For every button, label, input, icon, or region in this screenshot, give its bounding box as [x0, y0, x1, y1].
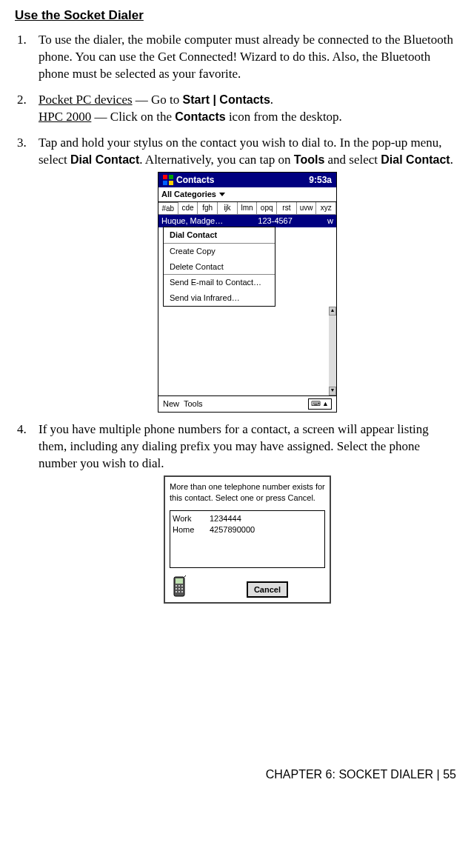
step-4: If you have multiple phone numbers for a…	[30, 421, 456, 604]
scrollbar[interactable]: ▲ ▼	[329, 307, 336, 395]
number-select-screenshot: More than one telephone number exists fo…	[164, 475, 331, 604]
text: .	[450, 153, 453, 167]
number-row[interactable]: Home 4257890000	[173, 524, 322, 535]
contacts-bold: Contacts	[175, 110, 225, 123]
chevron-down-icon	[219, 193, 225, 196]
keyboard-icon[interactable]: ⌨ ▲	[308, 398, 332, 409]
text: .	[270, 93, 273, 107]
menu-send-email[interactable]: Send E-mail to Contact…	[164, 275, 275, 290]
number-row[interactable]: Work 1234444	[173, 513, 322, 524]
alpha-tab[interactable]: #ab	[158, 202, 178, 215]
tools-button[interactable]: Tools	[184, 399, 203, 408]
step-1: To use the dialer, the mobile computer m…	[30, 32, 456, 83]
alpha-tab[interactable]: lmn	[238, 202, 258, 215]
number-list-box[interactable]: Work 1234444 Home 4257890000	[170, 510, 325, 568]
alpha-tab[interactable]: cde	[178, 202, 198, 215]
menu-send-infrared[interactable]: Send via Infrared…	[164, 290, 275, 306]
text: icon from the desktop.	[226, 110, 342, 124]
scroll-up-icon[interactable]: ▲	[329, 307, 336, 316]
dial-contact-bold-2: Dial Contact	[381, 153, 450, 166]
number-value: 1234444	[210, 513, 241, 524]
svg-rect-11	[181, 588, 183, 590]
new-button[interactable]: New	[163, 399, 179, 408]
contact-name: Huque, Madge…	[161, 216, 223, 227]
alpha-tab[interactable]: xyz	[316, 202, 336, 215]
alpha-tab[interactable]: uvw	[297, 202, 317, 215]
context-menu: Dial Contact Create Copy Delete Contact …	[163, 227, 275, 307]
svg-rect-5	[176, 578, 183, 584]
alpha-tab[interactable]: fgh	[198, 202, 218, 215]
page-footer: CHAPTER 6: SOCKET DIALER | 55	[15, 767, 456, 783]
dialog-message: More than one telephone number exists fo…	[170, 481, 325, 504]
alpha-tab[interactable]: ijk	[218, 202, 238, 215]
contacts-screenshot: Contacts 9:53a All Categories #ab cde fg…	[158, 172, 337, 413]
alpha-tab[interactable]: opq	[257, 202, 277, 215]
text: — Click on the	[91, 110, 175, 124]
titlebar: Contacts 9:53a	[158, 173, 336, 187]
svg-rect-14	[181, 591, 183, 592]
svg-rect-0	[163, 175, 167, 179]
start-contacts-bold: Start | Contacts	[183, 93, 270, 106]
cancel-button[interactable]: Cancel	[247, 581, 288, 598]
scroll-down-icon[interactable]: ▼	[329, 387, 336, 395]
svg-rect-13	[178, 591, 180, 592]
svg-rect-6	[176, 585, 177, 587]
tools-bold: Tools	[294, 153, 324, 166]
titlebar-left: Contacts	[163, 174, 214, 186]
categories-dropdown[interactable]: All Categories	[158, 187, 336, 202]
menu-create-copy[interactable]: Create Copy	[164, 244, 275, 259]
dial-contact-bold: Dial Contact	[70, 153, 139, 166]
phone-icon	[170, 575, 189, 598]
steps-list: To use the dialer, the mobile computer m…	[15, 32, 456, 604]
text: . Alternatively, you can tap on	[139, 153, 294, 167]
text: — Go to	[133, 93, 183, 107]
windows-start-icon	[163, 175, 173, 185]
svg-rect-3	[169, 181, 173, 185]
contact-type: w	[327, 216, 333, 227]
alpha-tabs: #ab cde fgh ijk lmn opq rst uvw xyz	[158, 202, 336, 216]
svg-rect-1	[169, 175, 173, 179]
svg-rect-8	[181, 585, 183, 587]
menu-delete-contact[interactable]: Delete Contact	[164, 259, 275, 275]
step-3: Tap and hold your stylus on the contact …	[30, 135, 456, 413]
titlebar-time: 9:53a	[309, 174, 332, 186]
svg-rect-2	[163, 181, 167, 185]
alpha-tab[interactable]: rst	[277, 202, 297, 215]
svg-line-15	[184, 575, 187, 577]
contact-number: 123-4567	[258, 216, 293, 227]
bottom-bar-left: New Tools	[163, 398, 203, 410]
hpc-label: HPC 2000	[39, 110, 91, 124]
dialog-bottom: Cancel	[170, 575, 325, 598]
number-label: Work	[173, 513, 210, 524]
step-4-text: If you have multiple phone numbers for a…	[39, 422, 429, 470]
section-title: Use the Socket Dialer	[15, 7, 456, 24]
svg-rect-7	[178, 585, 180, 587]
svg-rect-12	[176, 591, 177, 592]
app-title: Contacts	[176, 175, 214, 185]
step-2: Pocket PC devices — Go to Start | Contac…	[30, 92, 456, 126]
svg-rect-9	[176, 588, 177, 590]
text: and select	[324, 153, 381, 167]
svg-rect-10	[178, 588, 180, 590]
pocket-pc-label: Pocket PC devices	[39, 93, 133, 107]
number-value: 4257890000	[210, 524, 255, 535]
menu-dial-contact[interactable]: Dial Contact	[164, 227, 275, 243]
selected-contact-row[interactable]: Huque, Madge… 123-4567 w	[158, 215, 336, 227]
categories-label: All Categories	[161, 190, 216, 198]
number-label: Home	[173, 524, 210, 535]
list-blank-area: ▲ ▼	[158, 307, 336, 395]
bottom-bar: New Tools ⌨ ▲	[158, 395, 336, 412]
